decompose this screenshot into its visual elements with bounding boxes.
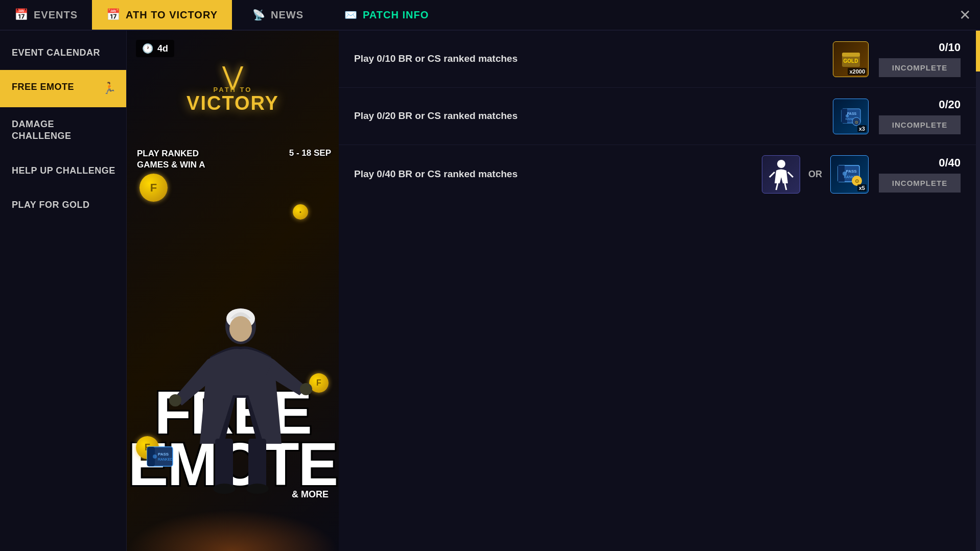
date-text: 5 - 18 SEP bbox=[289, 148, 331, 158]
challenge-3-progress: 0/40 INCOMPLETE bbox=[879, 156, 961, 193]
svg-line-25 bbox=[769, 172, 775, 177]
svg-text:PASS: PASS bbox=[847, 112, 856, 115]
challenge-1-fraction: 0/10 bbox=[879, 41, 961, 54]
challenge-1-incomplete-btn[interactable]: INCOMPLETE bbox=[879, 58, 961, 77]
challenge-row-3: Play 0/40 BR or CS ranked matches bbox=[339, 145, 976, 204]
svg-line-28 bbox=[785, 183, 786, 190]
timer-value: 4d bbox=[157, 43, 168, 54]
sidebar: EVENT CALENDAR FREE EMOTE 🏃 DAMAGE CHALL… bbox=[0, 31, 127, 551]
ticket-icon-lg: PASS RANKED ⊙ bbox=[836, 161, 863, 188]
challenge-1-description: Play 0/10 BR or CS ranked matches bbox=[354, 52, 823, 66]
play-ranked-line2: GAMES & WIN A bbox=[137, 160, 205, 170]
calendar-icon: 📅 bbox=[14, 8, 29, 21]
close-button[interactable]: ✕ bbox=[949, 0, 980, 30]
challenge-2-progress: 0/20 INCOMPLETE bbox=[879, 98, 961, 134]
mail-icon: ✉️ bbox=[344, 9, 358, 21]
path-icon: 📅 bbox=[106, 8, 121, 21]
nav-patch-info[interactable]: ✉️ PATCH INFO bbox=[324, 0, 449, 30]
play-ranked-line1: PLAY RANKED bbox=[137, 149, 199, 158]
challenge-3-ticket-icon: PASS RANKED ⊙ x5 bbox=[830, 155, 869, 194]
or-text: OR bbox=[804, 169, 826, 180]
emote-figure-icon bbox=[768, 158, 794, 191]
svg-rect-1 bbox=[215, 439, 233, 490]
challenge-3-reward: OR PASS RANKED ⊙ x5 bbox=[762, 155, 869, 194]
challenge-2-reward-icon: PASS RANKED ⊙ x3 bbox=[833, 99, 869, 134]
coin-1: F bbox=[139, 174, 168, 202]
gold-pack-icon: GOLD bbox=[839, 47, 862, 70]
ticket-panel: PASS RANKED bbox=[145, 444, 175, 472]
ticket-svg: PASS RANKED bbox=[145, 444, 175, 470]
svg-line-27 bbox=[776, 183, 778, 190]
svg-text:⊙: ⊙ bbox=[855, 178, 859, 184]
challenge-row-1: Play 0/10 BR or CS ranked matches GOLD x… bbox=[339, 31, 976, 88]
ptv-logo-victory: VICTORY bbox=[186, 93, 279, 113]
svg-point-24 bbox=[777, 160, 785, 168]
svg-text:PASS: PASS bbox=[846, 169, 857, 174]
nav-news[interactable]: 📡 NEWS bbox=[232, 0, 324, 30]
coin-2: • bbox=[293, 204, 308, 220]
challenge-2-fraction: 0/20 bbox=[879, 98, 961, 111]
nav-events[interactable]: 📅 EVENTS bbox=[0, 0, 92, 30]
nav-path-to-victory[interactable]: 📅 ATH TO VICTORY bbox=[92, 0, 232, 30]
sidebar-item-help-up-challenge[interactable]: HELP UP CHALLENGE bbox=[0, 154, 126, 188]
timer-badge: 🕐 4d bbox=[136, 40, 174, 57]
challenge-1-reward: GOLD x2000 bbox=[833, 41, 869, 77]
challenge-1-reward-icon: GOLD x2000 bbox=[833, 41, 869, 77]
svg-point-5 bbox=[169, 394, 181, 406]
svg-text:⊙: ⊙ bbox=[854, 120, 858, 125]
challenge-3-incomplete-btn[interactable]: INCOMPLETE bbox=[879, 174, 961, 193]
top-navigation: 📅 EVENTS 📅 ATH TO VICTORY 📡 NEWS ✉️ PATC… bbox=[0, 0, 980, 31]
challenge-2-reward-qty: x3 bbox=[857, 125, 867, 132]
challenge-3-fraction: 0/40 bbox=[879, 156, 961, 170]
svg-text:PASS: PASS bbox=[158, 452, 169, 457]
sidebar-item-event-calendar[interactable]: EVENT CALENDAR bbox=[0, 36, 126, 70]
nav-path-label: ATH TO VICTORY bbox=[126, 9, 218, 21]
challenge-1-reward-qty: x2000 bbox=[848, 68, 867, 75]
challenge-1-progress: 0/10 INCOMPLETE bbox=[879, 41, 961, 77]
svg-point-8 bbox=[229, 316, 252, 342]
svg-point-3 bbox=[213, 484, 236, 494]
nav-news-label: NEWS bbox=[271, 9, 304, 21]
svg-text:GOLD: GOLD bbox=[843, 58, 858, 64]
challenge-2-reward: PASS RANKED ⊙ x3 bbox=[833, 99, 869, 134]
sidebar-free-emote-label: FREE EMOTE bbox=[12, 82, 74, 92]
challenge-2-description: Play 0/20 BR or CS ranked matches bbox=[354, 109, 823, 123]
svg-point-4 bbox=[246, 484, 269, 494]
svg-point-6 bbox=[300, 383, 312, 395]
sidebar-item-damage-challenge[interactable]: DAMAGE CHALLENGE bbox=[0, 107, 126, 154]
sidebar-help-up-challenge-label: HELP UP CHALLENGE bbox=[12, 165, 115, 176]
sidebar-damage-challenge-label: DAMAGE CHALLENGE bbox=[12, 119, 72, 141]
more-text: & MORE bbox=[292, 489, 329, 500]
content-area: 🕐 4d ⋁ PATH TO VICTORY PLAY RANKED GAMES… bbox=[127, 31, 980, 551]
challenge-3-reward-qty: x5 bbox=[857, 184, 867, 191]
clock-icon: 🕐 bbox=[142, 43, 153, 54]
nav-events-label: EVENTS bbox=[34, 9, 78, 21]
sidebar-item-free-emote[interactable]: FREE EMOTE 🏃 bbox=[0, 70, 126, 107]
sidebar-event-calendar-label: EVENT CALENDAR bbox=[12, 47, 100, 58]
challenge-2-incomplete-btn[interactable]: INCOMPLETE bbox=[879, 115, 961, 134]
sidebar-item-play-for-gold[interactable]: PLAY FOR GOLD bbox=[0, 188, 126, 222]
scrollbar[interactable] bbox=[976, 31, 980, 551]
ticket-icon-sm: PASS RANKED ⊙ bbox=[839, 105, 862, 128]
challenge-row-2: Play 0/20 BR or CS ranked matches PASS R… bbox=[339, 88, 976, 145]
svg-text:RANKED: RANKED bbox=[158, 458, 173, 461]
svg-rect-15 bbox=[842, 53, 860, 57]
emote-icon: 🏃 bbox=[102, 81, 116, 96]
ptv-logo: ⋁ PATH TO VICTORY bbox=[186, 61, 279, 113]
nav-patch-label: PATCH INFO bbox=[363, 9, 429, 21]
main-layout: EVENT CALENDAR FREE EMOTE 🏃 DAMAGE CHALL… bbox=[0, 31, 980, 551]
challenge-3-emote-icon bbox=[762, 155, 800, 194]
challenges-panel: Play 0/10 BR or CS ranked matches GOLD x… bbox=[339, 31, 976, 551]
sidebar-play-for-gold-label: PLAY FOR GOLD bbox=[12, 200, 90, 210]
event-panel: 🕐 4d ⋁ PATH TO VICTORY PLAY RANKED GAMES… bbox=[127, 31, 339, 551]
play-ranked-text: PLAY RANKED GAMES & WIN A bbox=[137, 148, 205, 171]
challenge-3-description: Play 0/40 BR or CS ranked matches bbox=[354, 167, 752, 181]
svg-rect-2 bbox=[248, 439, 266, 490]
svg-line-26 bbox=[788, 172, 793, 177]
signal-icon: 📡 bbox=[252, 9, 266, 21]
scrollbar-thumb[interactable] bbox=[976, 31, 980, 71]
svg-point-11 bbox=[153, 454, 157, 459]
